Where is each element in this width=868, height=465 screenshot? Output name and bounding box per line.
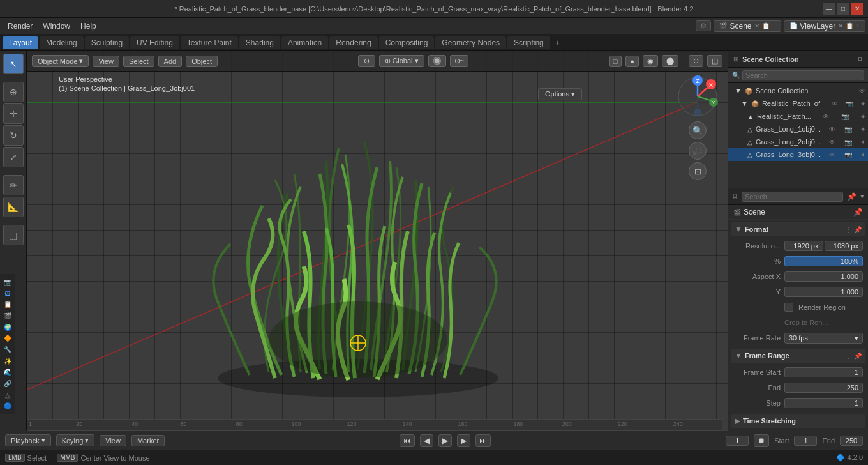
tab-modeling[interactable]: Modeling: [40, 36, 84, 49]
options-button[interactable]: Options ▾: [538, 88, 582, 100]
format-pin-icon[interactable]: 📌: [854, 226, 862, 233]
viewport-shading-material[interactable]: ◉: [643, 55, 658, 67]
add-workspace-button[interactable]: +: [551, 36, 564, 49]
expand-all-button[interactable]: ▾: [860, 192, 864, 201]
resolution-y-input[interactable]: 1080 px: [825, 241, 864, 251]
next-frame-button[interactable]: ▶: [457, 434, 470, 447]
close-button[interactable]: ✕: [851, 3, 863, 15]
frame-rate-select[interactable]: 30 fps ▾: [784, 333, 863, 344]
menu-render[interactable]: Render: [3, 20, 38, 32]
viewport-xray[interactable]: ◫: [707, 55, 722, 67]
select-icon-3[interactable]: ✦: [860, 113, 865, 120]
resolution-x-input[interactable]: 1920 px: [784, 241, 823, 251]
outliner-filter-icon[interactable]: ⚙: [857, 56, 863, 63]
select-icon-5[interactable]: ✦: [860, 139, 865, 146]
view-menu-timeline[interactable]: View: [100, 435, 126, 446]
visibility-icon-3[interactable]: 👁: [823, 113, 829, 120]
viewlayer-selector[interactable]: 📄 ViewLayer ✕ 📋 +: [784, 20, 865, 32]
aspect-x-input[interactable]: 1.000: [784, 271, 863, 282]
tab-rendering[interactable]: Rendering: [329, 36, 377, 49]
visibility-icon-6[interactable]: 👁: [829, 151, 835, 158]
outliner-row-grass2[interactable]: △ Grass_Long_2obj0... 👁 📷 ✦: [728, 135, 868, 148]
jump-to-end-button[interactable]: ⏭: [475, 434, 491, 447]
play-button[interactable]: ▶: [438, 434, 452, 447]
orbit-gizmo[interactable]: Z X Y: [675, 74, 720, 119]
select-icon-6[interactable]: ✦: [860, 151, 865, 158]
scene-selector[interactable]: 🎬 Scene ✕ 📋 +: [714, 20, 781, 32]
jump-to-start-button[interactable]: ⏮: [400, 434, 415, 447]
time-stretching-section-header[interactable]: ▶ Time Stretching: [731, 414, 865, 428]
measure-tool-button[interactable]: 📐: [3, 197, 24, 217]
render-region-checkbox[interactable]: [784, 303, 793, 312]
frame-end-input[interactable]: 250: [784, 383, 863, 393]
visibility-icon-4[interactable]: 👁: [829, 126, 835, 133]
tab-scripting[interactable]: Scripting: [507, 36, 550, 49]
engine-selector[interactable]: ⚙: [696, 20, 711, 31]
prev-frame-button[interactable]: ◀: [420, 434, 433, 447]
outliner-search-input[interactable]: [742, 70, 864, 80]
tab-compositing[interactable]: Compositing: [379, 36, 435, 49]
auto-keying-button[interactable]: ⏺: [754, 434, 769, 447]
frame-step-input[interactable]: 1: [784, 398, 863, 408]
render-icon-2[interactable]: 📷: [845, 100, 853, 107]
render-icon-6[interactable]: 📷: [844, 151, 852, 158]
outliner-row-grass3[interactable]: △ Grass_Long_3obj0... 👁 📷 ✦: [728, 148, 868, 161]
playback-menu[interactable]: Playback ▾: [5, 434, 51, 446]
properties-search-input[interactable]: [742, 192, 843, 202]
scale-tool-button[interactable]: ⤢: [3, 147, 24, 167]
tab-sculpting[interactable]: Sculpting: [85, 36, 129, 49]
menu-help[interactable]: Help: [75, 20, 101, 32]
tab-shading[interactable]: Shading: [239, 36, 280, 49]
start-frame-input[interactable]: 1: [794, 436, 817, 446]
zoom-in-button[interactable]: 🔍: [689, 121, 707, 139]
select-tool-button[interactable]: ↖: [3, 54, 24, 74]
aspect-y-input[interactable]: 1.000: [784, 287, 863, 297]
viewport-shading-wire[interactable]: □: [609, 56, 622, 67]
select-icon-4[interactable]: ✦: [860, 126, 865, 133]
camera-view-button[interactable]: 🎥: [689, 142, 707, 160]
object-mode-selector[interactable]: Object Mode ▾: [32, 55, 89, 67]
tab-layout[interactable]: Layout: [3, 36, 38, 49]
render-icon-4[interactable]: 📷: [844, 126, 852, 133]
transform-space[interactable]: ⊕ Global ▾: [379, 55, 424, 67]
viewport-shading-solid[interactable]: ●: [625, 56, 639, 67]
visibility-icon-2[interactable]: 👁: [832, 100, 838, 107]
scene-props-pin[interactable]: 📌: [853, 208, 863, 217]
rotate-tool-button[interactable]: ↻: [3, 125, 24, 146]
frame-range-options-icon[interactable]: ⋮: [845, 353, 851, 360]
outliner-row-realistic-patch[interactable]: ▼ 📦 Realistic_Patch_of_ 👁 📷 ✦: [728, 97, 868, 110]
viewport-shading-render[interactable]: ⬤: [662, 55, 678, 67]
snap-toggle[interactable]: 🔘: [428, 55, 446, 67]
maximize-button[interactable]: □: [837, 3, 849, 15]
visibility-icon[interactable]: 👁: [859, 88, 865, 95]
transform-pivot[interactable]: ⊙: [358, 55, 375, 67]
proportional-edit[interactable]: ⊙~: [450, 55, 468, 67]
toggle-perspective-button[interactable]: ⊡: [689, 162, 707, 180]
select-icon-2[interactable]: ✦: [860, 100, 865, 107]
format-section-header[interactable]: ▼ Format ⋮ 📌: [731, 222, 865, 236]
add-menu[interactable]: Add: [158, 56, 183, 67]
tab-geometry-nodes[interactable]: Geometry Nodes: [435, 36, 506, 49]
viewport-overlay[interactable]: ⊙: [689, 55, 703, 67]
frame-range-section-header[interactable]: ▼ Frame Range ⋮ 📌: [731, 349, 865, 363]
annotate-tool-button[interactable]: ✏: [3, 175, 24, 195]
current-frame-input[interactable]: 1: [726, 436, 749, 446]
frame-range-pin-icon[interactable]: 📌: [854, 353, 862, 360]
view-menu[interactable]: View: [93, 56, 119, 67]
select-menu[interactable]: Select: [123, 56, 154, 67]
outliner-row-scene-collection[interactable]: ▼ 📦 Scene Collection 👁: [728, 84, 868, 97]
outliner-row-grass1[interactable]: △ Grass_Long_1obj0... 👁 📷 ✦: [728, 123, 868, 135]
keying-menu[interactable]: Keying ▾: [56, 434, 95, 446]
format-options-icon[interactable]: ⋮: [845, 226, 851, 233]
tab-texture-paint[interactable]: Texture Paint: [181, 36, 238, 49]
visibility-icon-5[interactable]: 👁: [829, 139, 835, 146]
frame-start-input[interactable]: 1: [784, 367, 863, 377]
end-frame-input[interactable]: 250: [840, 436, 863, 446]
3d-viewport[interactable]: Object Mode ▾ View Select Add Object ⊙ ⊕…: [27, 51, 728, 448]
marker-menu[interactable]: Marker: [131, 435, 165, 446]
tab-animation[interactable]: Animation: [281, 36, 328, 49]
move-tool-button[interactable]: ✛: [3, 103, 24, 124]
menu-window[interactable]: Window: [38, 20, 75, 32]
resolution-pct-input[interactable]: 100%: [784, 256, 863, 266]
add-tool-button[interactable]: ⬚: [3, 225, 24, 245]
